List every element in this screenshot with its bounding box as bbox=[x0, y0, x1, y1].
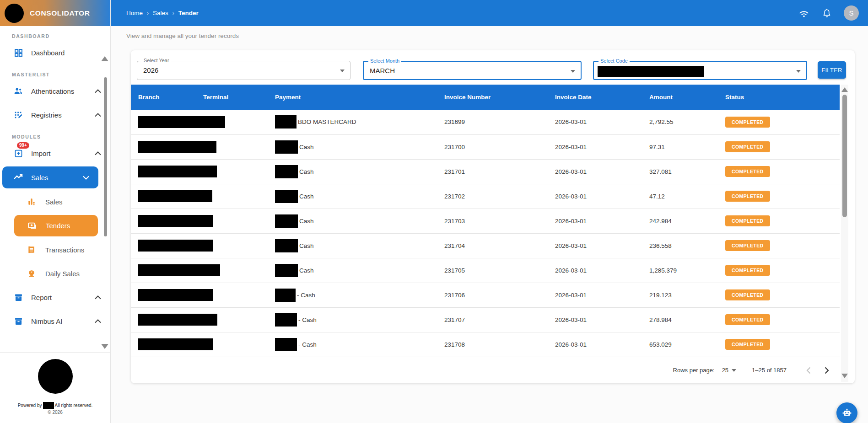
payment-cell: - Cash bbox=[268, 307, 437, 332]
status-cell: COMPLETED bbox=[718, 134, 840, 159]
invoice-number-cell: 231700 bbox=[437, 134, 548, 159]
pagination-range: 1–25 of 1857 bbox=[752, 367, 787, 374]
sidebar-item-label: Daily Sales bbox=[45, 270, 80, 278]
invoice-date-cell: 2026-03-01 bbox=[548, 134, 642, 159]
filter-button[interactable]: FILTER bbox=[818, 61, 846, 79]
brand-name: CONSOLIDATOR bbox=[30, 9, 90, 17]
status-cell: COMPLETED bbox=[718, 332, 840, 357]
sidebar-item-registries[interactable]: Registries bbox=[0, 103, 110, 127]
table-row[interactable]: Cash 231701 2026-03-01 327.081 COMPLETED bbox=[131, 159, 840, 184]
user-avatar[interactable]: S bbox=[844, 5, 859, 21]
wifi-icon[interactable] bbox=[798, 8, 810, 18]
sidebar-item-sales[interactable]: Sales bbox=[2, 166, 98, 188]
chevron-up-icon[interactable] bbox=[95, 113, 101, 117]
redacted-branch bbox=[138, 264, 220, 276]
invoice-number-cell: 231699 bbox=[437, 110, 548, 134]
previous-page-button[interactable] bbox=[802, 364, 815, 377]
select-month-field[interactable]: Select Month MARCH bbox=[363, 61, 582, 80]
redacted-branch bbox=[138, 116, 225, 128]
payment-text: Cash bbox=[299, 168, 314, 175]
people-icon bbox=[13, 86, 24, 96]
invoice-date-cell: 2026-03-01 bbox=[548, 110, 642, 134]
status-badge: COMPLETED bbox=[725, 289, 770, 300]
notifications-bell-icon[interactable] bbox=[822, 8, 832, 19]
select-year-field[interactable]: Select Year 2026 bbox=[137, 61, 350, 80]
dropdown-caret-icon bbox=[340, 70, 345, 72]
redacted-branch bbox=[138, 141, 216, 153]
table-row[interactable]: Cash 231704 2026-03-01 236.558 COMPLETED bbox=[131, 233, 840, 258]
status-cell: COMPLETED bbox=[718, 184, 840, 209]
payment-text: - Cash bbox=[297, 292, 315, 299]
chevron-up-icon[interactable] bbox=[95, 151, 101, 155]
sidebar-item-dashboard[interactable]: Dashboard bbox=[0, 41, 110, 64]
next-page-button[interactable] bbox=[820, 364, 833, 377]
sidebar-subitem-sales[interactable]: Sales bbox=[0, 190, 110, 214]
redacted-branch bbox=[138, 190, 212, 202]
sidebar-scrollbar-thumb[interactable] bbox=[104, 77, 107, 236]
section-label-masterlist: MASTERLIST bbox=[0, 64, 110, 79]
status-badge: COMPLETED bbox=[725, 117, 770, 128]
import-count-badge: 99+ bbox=[17, 142, 29, 149]
amount-cell: 242.984 bbox=[642, 209, 718, 233]
table-row[interactable]: Cash 231705 2026-03-01 1,285.379 COMPLET… bbox=[131, 258, 840, 283]
table-row[interactable]: BDO MASTERCARD 231699 2026-03-01 2,792.5… bbox=[131, 110, 840, 134]
sidebar-logo-header: CONSOLIDATOR bbox=[0, 0, 110, 26]
chevron-up-icon[interactable] bbox=[95, 89, 101, 93]
amount-cell: 47.12 bbox=[642, 184, 718, 209]
redacted-payment-code bbox=[275, 115, 297, 129]
sidebar-item-label: Sales bbox=[31, 174, 49, 182]
payment-cell: - Cash bbox=[268, 283, 437, 307]
sidebar-scroll-up-arrow[interactable] bbox=[101, 56, 108, 61]
sidebar-item-import[interactable]: 99+ Import bbox=[0, 141, 110, 165]
chevron-up-icon[interactable] bbox=[95, 295, 101, 300]
sidebar-item-nimbus-ai[interactable]: Nimbus AI bbox=[0, 309, 110, 333]
sidebar-item-label: Sales bbox=[45, 198, 63, 206]
sidebar-nav: DASHBOARD Dashboard MASTERLIST Athentica… bbox=[0, 26, 110, 352]
redacted-payment-code bbox=[275, 338, 297, 351]
table-row[interactable]: Cash 231702 2026-03-01 47.12 COMPLETED bbox=[131, 184, 840, 209]
branch-cell bbox=[131, 110, 268, 134]
table-row[interactable]: Cash 231703 2026-03-01 242.984 COMPLETED bbox=[131, 209, 840, 233]
table-row[interactable]: - Cash 231706 2026-03-01 219.123 COMPLET… bbox=[131, 283, 840, 307]
breadcrumb-home[interactable]: Home bbox=[126, 10, 143, 16]
sidebar-subitem-daily-sales[interactable]: Daily Sales bbox=[0, 262, 110, 285]
payment-text: - Cash bbox=[298, 316, 317, 323]
branch-cell bbox=[131, 134, 268, 159]
sidebar-subitem-tenders[interactable]: Tenders bbox=[14, 215, 98, 236]
chevron-down-icon[interactable] bbox=[83, 176, 89, 180]
status-badge: COMPLETED bbox=[725, 314, 770, 325]
sidebar-scroll-down-arrow[interactable] bbox=[101, 344, 108, 349]
chatbot-fab[interactable] bbox=[836, 402, 857, 423]
status-cell: COMPLETED bbox=[718, 159, 840, 184]
sidebar-item-athentications[interactable]: Athentications bbox=[0, 79, 110, 103]
footer-logo bbox=[38, 359, 73, 394]
table-row[interactable]: - Cash 231708 2026-03-01 653.029 COMPLET… bbox=[131, 332, 840, 357]
sidebar-item-report[interactable]: Report bbox=[0, 285, 110, 309]
rows-per-page-select[interactable]: 25 bbox=[722, 367, 736, 374]
topbar: Home › Sales › Tender S bbox=[111, 0, 868, 26]
table-header-row: Branch Terminal Payment Invoice Number I… bbox=[131, 85, 840, 110]
sidebar-subitem-transactions[interactable]: Transactions bbox=[0, 238, 110, 262]
chevron-up-icon[interactable] bbox=[95, 319, 101, 323]
table-row[interactable]: Cash 231700 2026-03-01 97.31 COMPLETED bbox=[131, 134, 840, 159]
status-badge: COMPLETED bbox=[725, 240, 770, 251]
breadcrumb-tender: Tender bbox=[178, 10, 199, 16]
table-scrollbar[interactable] bbox=[841, 85, 848, 382]
redacted-branch bbox=[138, 289, 213, 301]
table-row[interactable]: - Cash 231707 2026-03-01 278.984 COMPLET… bbox=[131, 307, 840, 332]
col-terminal: Terminal bbox=[196, 85, 268, 110]
select-code-field[interactable]: Select Code bbox=[593, 61, 807, 80]
payments-icon bbox=[27, 220, 38, 231]
table-scrollbar-thumb[interactable] bbox=[842, 95, 847, 217]
table-scroll-up-arrow[interactable] bbox=[841, 87, 848, 92]
invoice-number-cell: 231702 bbox=[437, 184, 548, 209]
breadcrumb-sales[interactable]: Sales bbox=[153, 10, 168, 16]
payment-cell: Cash bbox=[268, 209, 437, 233]
col-amount: Amount bbox=[642, 85, 718, 110]
table-scroll-down-arrow[interactable] bbox=[841, 374, 848, 378]
trending-up-icon bbox=[13, 172, 24, 183]
select-month-label: Select Month bbox=[368, 58, 401, 64]
redacted-payment-code bbox=[275, 165, 298, 178]
powered-prefix: Powered by bbox=[18, 403, 42, 408]
status-badge: COMPLETED bbox=[725, 265, 770, 276]
